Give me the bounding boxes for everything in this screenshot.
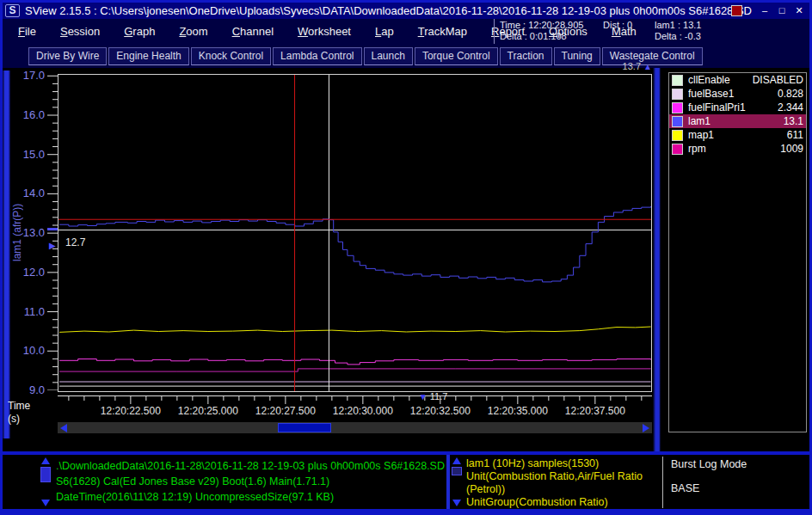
bottom-divider-gray <box>662 457 663 508</box>
scrollbar-thumb[interactable] <box>452 467 462 475</box>
y-tick-label: 14.0 <box>14 187 45 199</box>
y-tick-label: 13.0 <box>14 227 45 239</box>
channel-info-scrollbar[interactable] <box>451 457 464 506</box>
channel-row-lam1[interactable]: lam113.1 <box>669 114 806 128</box>
minimize-button[interactable]: – <box>758 4 772 16</box>
y-tick-label: 12.0 <box>14 267 45 279</box>
cursor-status: Time : 12:20:28.905 Dist : 0 lam1 : 13.1… <box>494 19 809 44</box>
status-time: Time : 12:20:28.905 <box>500 20 603 31</box>
y-tick-label: 16.0 <box>14 109 45 121</box>
scroll-down-icon[interactable] <box>452 500 461 506</box>
x-tick-label: 12:20:32.500 <box>402 405 479 417</box>
status-dist: Dist : 0 <box>603 20 655 31</box>
channel-swatch <box>672 116 683 127</box>
channel-value: 611 <box>787 129 803 141</box>
y-tick-label: 11.0 <box>14 306 45 318</box>
trace-lam1 <box>59 206 651 282</box>
scroll-left-icon[interactable] <box>60 424 67 432</box>
channel-name: map1 <box>688 129 787 141</box>
plot-canvas[interactable]: ▶ 12.7 ▼ 11.7 <box>58 74 652 392</box>
scrollbar-thumb[interactable] <box>40 467 51 482</box>
scroll-up-icon[interactable] <box>452 457 461 464</box>
y-tick-label: 15.0 <box>14 149 45 161</box>
channel-info-line: UnitGroup(Combustion Ratio) <box>466 496 661 509</box>
y-tick-label: 9.0 <box>14 384 45 396</box>
down-triangle-icon: ▼ <box>419 392 428 402</box>
x-axis-ruler <box>58 395 652 405</box>
channel-swatch <box>672 75 683 86</box>
x-tick-label: 12:20:30.000 <box>324 405 402 417</box>
x-tick-label: 12:20:37.500 <box>557 405 634 417</box>
channel-name: fuelBase1 <box>688 88 778 100</box>
up-triangle-icon: ▲ <box>643 62 652 71</box>
menu-graph[interactable]: Graph <box>112 25 167 38</box>
menu-worksheet[interactable]: Worksheet <box>286 25 363 38</box>
channel-swatch <box>672 89 683 100</box>
menu-zoom[interactable]: Zoom <box>167 25 219 38</box>
status-bar: .\DownloadedData\2016-11-28\2016-11-28 1… <box>3 455 809 509</box>
channel-info-text: lam1 (10Hz) samples(1530)Unit(Combustion… <box>466 457 661 509</box>
channel-row-cllenable[interactable]: cllEnableDISABLED <box>669 73 806 87</box>
x-tick-label: 12:20:27.500 <box>247 405 324 417</box>
channel-swatch <box>672 130 683 141</box>
time-scrollbar[interactable] <box>58 422 652 433</box>
file-info-scrollbar[interactable] <box>40 457 52 506</box>
channel-info-line: (Petrol)) <box>466 483 661 496</box>
menu-lap[interactable]: Lap <box>363 25 406 38</box>
menu-bar: FileSessionGraphZoomChannelWorksheetLapT… <box>3 19 809 44</box>
ref-marker-arrow-icon: ▶ <box>49 242 56 250</box>
window-title: SView 2.15.5 : C:\Users\jonesen\OneDrive… <box>25 4 752 17</box>
y-tick-label: 17.0 <box>14 70 45 82</box>
trace-map1 <box>59 327 651 332</box>
channel-row-fuelbase1[interactable]: fuelBase10.828 <box>669 87 806 101</box>
channel-value: 1009 <box>780 143 803 155</box>
status-value: lam1 : 13.1 <box>655 20 701 31</box>
channel-name: rpm <box>688 143 780 155</box>
ref-marker-label: 12.7 <box>65 237 85 248</box>
menu-session[interactable]: Session <box>48 25 112 38</box>
scroll-down-icon[interactable] <box>41 500 50 506</box>
app-icon: S <box>5 4 20 17</box>
menu-trackmap[interactable]: TrackMap <box>406 25 479 38</box>
file-info-line: DateTime(2016\11\28 12:19) UncompressedS… <box>56 489 445 505</box>
trace-fuelfinalpri1 <box>59 359 651 365</box>
bottom-divider <box>446 455 450 509</box>
log-base-label: BASE <box>671 482 699 494</box>
channel-value: DISABLED <box>753 74 803 86</box>
channel-legend-panel: cllEnableDISABLEDfuelBase10.828fuelFinal… <box>668 72 807 432</box>
scroll-right-icon[interactable] <box>643 424 649 432</box>
file-info-text: .\DownloadedData\2016-11-28\2016-11-28 1… <box>56 458 445 505</box>
channel-name: fuelFinalPri1 <box>688 101 778 113</box>
channel-value: 0.828 <box>778 88 803 100</box>
x-tick-label: 12:20:22.500 <box>92 405 169 417</box>
right-splitter[interactable] <box>653 68 661 451</box>
file-info-line: .\DownloadedData\2016-11-28\2016-11-28 1… <box>56 458 445 474</box>
maximize-button[interactable]: □ <box>775 4 789 16</box>
channel-row-map1[interactable]: map1611 <box>669 128 806 142</box>
scrollbar-thumb[interactable] <box>278 423 331 432</box>
y-tick-label: 10.0 <box>14 345 45 357</box>
status-delta-time: Delta : 0:01.108 <box>500 31 603 42</box>
left-splitter[interactable] <box>3 71 10 438</box>
title-bar: S SView 2.15.5 : C:\Users\jonesen\OneDri… <box>3 3 809 19</box>
channel-swatch <box>672 144 683 155</box>
channel-row-fuelfinalpri1[interactable]: fuelFinalPri12.344 <box>669 101 806 114</box>
menu-channel[interactable]: Channel <box>220 25 286 38</box>
channel-name: lam1 <box>688 115 784 127</box>
max-marker: 13.7 ▲ <box>58 61 652 71</box>
scroll-up-icon[interactable] <box>41 457 50 464</box>
y-axis-ticks <box>47 74 58 390</box>
channel-value: 13.1 <box>784 115 803 127</box>
channel-info-line: Unit(Combustion Ratio,Air/Fuel Ratio <box>466 470 661 483</box>
log-mode-label: Burst Log Mode <box>671 458 747 470</box>
red-square-icon[interactable] <box>731 5 742 16</box>
x-tick-label: 12:20:35.000 <box>479 405 557 417</box>
channel-value: 2.344 <box>778 101 803 113</box>
x-tick-label: 12:20:25.000 <box>169 405 247 417</box>
file-info-line: S6(1628) Cal(Ed Jones Base v29) Boot(1.6… <box>56 474 445 489</box>
channel-row-rpm[interactable]: rpm1009 <box>669 142 806 156</box>
min-marker: ▼ 11.7 <box>419 392 448 402</box>
close-button[interactable]: ✕ <box>792 4 806 16</box>
menu-file[interactable]: File <box>6 25 48 38</box>
channel-info-line: lam1 (10Hz) samples(1530) <box>466 457 661 470</box>
